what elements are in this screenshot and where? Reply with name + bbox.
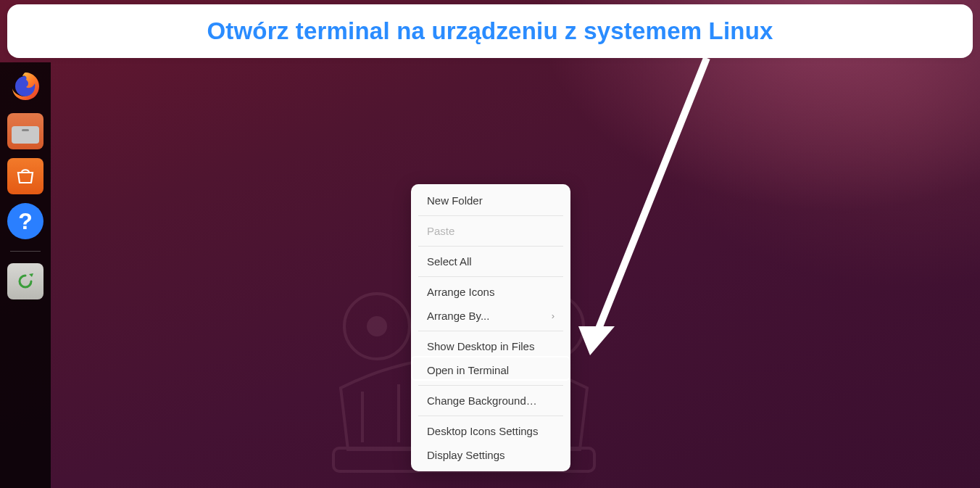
menu-item-label: Open in Terminal (427, 364, 509, 376)
help-icon[interactable]: ? (7, 203, 43, 239)
menu-select-all[interactable]: Select All (411, 249, 570, 273)
menu-item-label: Arrange By... (427, 310, 489, 322)
menu-item-label: New Folder (427, 194, 483, 207)
menu-show-desktop-in-files[interactable]: Show Desktop in Files (411, 334, 570, 358)
menu-arrange-icons[interactable]: Arrange Icons (411, 280, 570, 304)
annotation-banner: Otwórz terminal na urządzeniu z systemem… (7, 4, 973, 58)
menu-separator (418, 331, 563, 331)
menu-separator (418, 385, 563, 386)
annotation-title: Otwórz terminal na urządzeniu z systemem… (207, 17, 773, 45)
menu-item-label: Change Background… (427, 394, 537, 407)
menu-new-folder[interactable]: New Folder (411, 189, 570, 212)
menu-open-in-terminal[interactable]: Open in Terminal (411, 358, 570, 382)
menu-item-label: Display Settings (427, 449, 505, 461)
menu-item-label: Paste (427, 225, 454, 237)
files-icon[interactable] (7, 113, 43, 149)
menu-separator (418, 215, 563, 216)
menu-item-label: Show Desktop in Files (427, 340, 534, 352)
menu-item-label: Select All (427, 255, 472, 268)
menu-separator (418, 246, 563, 247)
svg-point-2 (368, 318, 386, 335)
dock-separator (10, 251, 41, 252)
ubuntu-software-icon[interactable] (7, 158, 43, 194)
menu-item-label: Arrange Icons (427, 286, 494, 298)
dock: ? (0, 62, 51, 488)
menu-desktop-icons-settings[interactable]: Desktop Icons Settings (411, 419, 570, 443)
menu-arrange-by[interactable]: Arrange By... › (411, 304, 570, 328)
menu-separator (418, 276, 563, 277)
desktop-context-menu: New Folder Paste Select All Arrange Icon… (411, 184, 570, 471)
chevron-right-icon: › (552, 310, 555, 321)
firefox-icon[interactable] (7, 68, 43, 104)
menu-change-background[interactable]: Change Background… (411, 389, 570, 413)
menu-paste: Paste (411, 219, 570, 243)
menu-separator (418, 415, 563, 416)
trash-icon[interactable] (7, 263, 43, 299)
menu-item-label: Desktop Icons Settings (427, 425, 538, 437)
menu-display-settings[interactable]: Display Settings (411, 443, 570, 467)
